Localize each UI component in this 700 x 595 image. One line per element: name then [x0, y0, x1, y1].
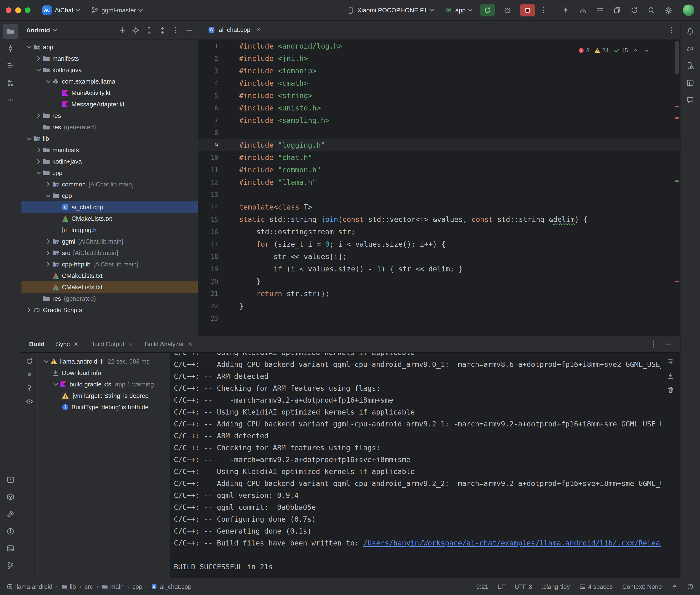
project-view-mode[interactable]: Android [26, 27, 50, 34]
build-tab[interactable]: Sync [56, 340, 79, 348]
run-config-selector[interactable]: app [442, 4, 475, 16]
minimize-window-button[interactable] [15, 7, 21, 13]
code-line[interactable]: 6#include <unistd.h> [198, 102, 680, 114]
branch-selector[interactable]: ggml-master [88, 4, 145, 16]
project-folder-button[interactable] [3, 24, 18, 39]
pull-requests-button[interactable] [3, 75, 18, 90]
breadcrumb-item[interactable]: main [102, 583, 123, 591]
close-icon[interactable] [128, 341, 133, 347]
status-widget[interactable] [671, 584, 678, 590]
tree-item[interactable]: MainActivity.kt [22, 87, 198, 98]
build-tree-item[interactable]: llama.android: fi22 sec, 583 ms [39, 356, 170, 367]
plus-icon[interactable] [119, 26, 126, 34]
device-selector[interactable]: Xiaomi POCOPHONE F1 [343, 4, 437, 16]
code-line[interactable]: 21 return str.str(); [198, 288, 680, 300]
todo-button[interactable] [593, 4, 607, 17]
code-area[interactable]: 1#include <android/log.h>2#include <jni.… [198, 40, 680, 336]
stripe-mark[interactable] [675, 180, 679, 182]
more-vertical-icon[interactable] [172, 26, 179, 34]
breadcrumb-item[interactable]: cpp [133, 583, 142, 591]
editor-scrollbar[interactable] [674, 40, 680, 336]
commit-button[interactable] [3, 41, 18, 56]
structure-button[interactable] [3, 58, 18, 73]
chevron-up-icon[interactable] [633, 47, 639, 54]
status-widget[interactable]: LF [498, 583, 505, 591]
close-window-button[interactable] [6, 7, 11, 13]
code-line[interactable]: 23 [198, 312, 680, 325]
debug-button[interactable] [500, 4, 515, 17]
tree-item[interactable]: manifests [22, 144, 198, 156]
tree-item[interactable]: kotlin+java [22, 156, 198, 167]
status-widget[interactable]: Context: None [622, 583, 662, 591]
status-widget[interactable]: 9:21 [476, 583, 488, 591]
run-button[interactable] [480, 4, 495, 17]
layout-inspector-button[interactable] [682, 75, 698, 90]
breadcrumb-item[interactable]: Cai_chat.cpp [151, 583, 191, 591]
code-line[interactable]: 15static std::string join(const std::vec… [198, 213, 680, 226]
more-button[interactable] [3, 92, 18, 108]
assistant-button[interactable] [682, 92, 698, 108]
code-line[interactable]: 7#include <sampling.h> [198, 114, 680, 127]
notifications-bell-button[interactable] [682, 24, 698, 39]
code-line[interactable]: 12#include "llama.h" [198, 176, 680, 189]
studio-bot-button[interactable] [559, 4, 572, 17]
code-line[interactable]: 9#include "logging.h" [198, 139, 680, 151]
tree-item[interactable]: cpp [22, 190, 198, 201]
clear-icon[interactable] [667, 386, 674, 394]
build-tree-item[interactable]: build.gradle.ktsapp 1 warning [39, 378, 170, 390]
build-tab[interactable]: Build Output [90, 340, 133, 348]
code-line[interactable]: 3#include <iomanip> [198, 65, 680, 77]
problems-button[interactable] [3, 523, 18, 539]
project-selector[interactable]: AC AiChat [39, 4, 83, 17]
build-tree-item[interactable]: Download info [39, 367, 170, 378]
code-line[interactable]: 20 } [198, 275, 680, 288]
hide-icon[interactable] [665, 340, 673, 348]
tree-item[interactable]: kotlin+java [22, 64, 198, 76]
tree-item[interactable]: CMakeLists.txt [22, 270, 198, 281]
tree-item[interactable]: Hlogging.h [22, 224, 198, 236]
code-line[interactable]: 13 [198, 189, 680, 201]
stripe-mark[interactable] [675, 106, 679, 107]
scrollbar-thumb[interactable] [675, 41, 679, 74]
refresh-icon[interactable] [26, 358, 33, 365]
build-tree-item[interactable]: 'jvmTarget': String' is deprec [39, 390, 170, 401]
pin-icon[interactable] [26, 384, 33, 392]
tree-item[interactable]: res [22, 110, 198, 121]
user-avatar[interactable] [683, 4, 694, 16]
plugins-button[interactable] [611, 4, 624, 17]
stripe-mark[interactable] [675, 281, 679, 282]
breadcrumb-item[interactable]: llama.android [7, 583, 52, 591]
profiler-button[interactable] [576, 4, 589, 17]
status-widget[interactable]: 4 spaces [580, 583, 613, 591]
code-line[interactable]: 17 for (size_t i = 0; i < values.size();… [198, 238, 680, 251]
tree-item[interactable]: res(generated) [22, 293, 198, 304]
build-tree-item[interactable]: BuildType 'debug' is both de [39, 401, 170, 413]
tree-item[interactable]: ggml[AiChat.lib.main] [22, 236, 198, 247]
terminal-button[interactable] [3, 541, 18, 556]
tree-item[interactable]: Gradle Scripts [22, 304, 198, 316]
tree-item[interactable]: cpp [22, 167, 198, 178]
preview-icon[interactable] [26, 398, 33, 405]
soft-wrap-icon[interactable] [667, 358, 674, 365]
settings-button[interactable] [662, 4, 675, 17]
breadcrumb-item[interactable]: src [85, 583, 93, 591]
code-line[interactable]: 5#include <string> [198, 89, 680, 102]
build-button[interactable] [3, 506, 18, 522]
console-link[interactable]: /Users/hanyin/Workspace/ai-chat/examples… [363, 539, 661, 547]
code-line[interactable]: 22} [198, 300, 680, 312]
collapse-all-icon[interactable] [159, 26, 166, 34]
tree-item[interactable]: CMakeLists.txt [22, 213, 198, 224]
expand-all-icon[interactable] [145, 26, 153, 34]
tree-item[interactable]: cpp-httplib[AiChat.lib.main] [22, 259, 198, 270]
tree-item[interactable]: common[AiChat.lib.main] [22, 178, 198, 190]
tree-item[interactable]: src[AiChat.lib.main] [22, 247, 198, 259]
code-line[interactable]: 4#include <cmath> [198, 77, 680, 89]
build-tab[interactable]: Build [29, 340, 45, 348]
maximize-window-button[interactable] [25, 7, 30, 13]
sync-button[interactable] [627, 4, 641, 17]
stripe-mark[interactable] [675, 117, 679, 119]
code-line[interactable]: 16 std::ostringstream str; [198, 226, 680, 238]
more-vertical-icon[interactable] [668, 26, 675, 34]
more-vertical-icon[interactable] [650, 340, 657, 348]
close-icon[interactable] [73, 341, 79, 347]
